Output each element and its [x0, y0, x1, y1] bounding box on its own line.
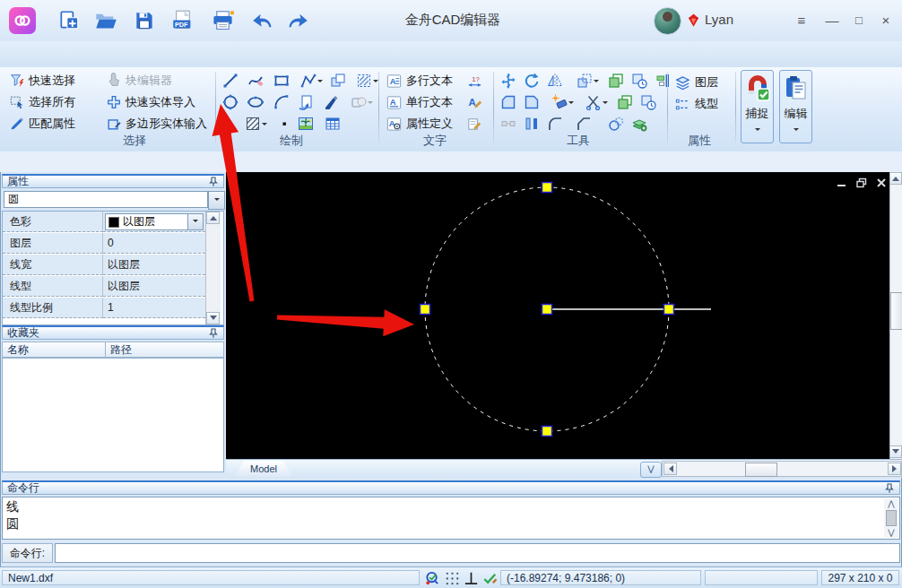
draw-arc-button[interactable] — [272, 92, 291, 112]
scroll-up-button[interactable] — [206, 212, 220, 224]
minimize-button[interactable]: — — [821, 9, 843, 30]
property-row-color[interactable]: 色彩 以图层 — [3, 212, 205, 233]
boundary-a-button[interactable] — [499, 92, 518, 112]
scroll-thumb[interactable] — [886, 510, 897, 526]
draw-line-button[interactable] — [221, 71, 240, 91]
perpendicular-icon[interactable] — [462, 569, 480, 587]
properties-scrollbar[interactable] — [205, 212, 221, 324]
favorites-col-path[interactable]: 路径 — [105, 342, 224, 358]
open-file-button[interactable] — [91, 6, 121, 35]
measure-disabled-button[interactable] — [499, 114, 518, 134]
maximize-button[interactable]: □ — [848, 9, 870, 30]
doc-restore-icon[interactable] — [854, 177, 870, 189]
erase-button[interactable] — [547, 92, 577, 112]
scale-button[interactable] — [572, 71, 603, 91]
app-logo-icon[interactable] — [9, 7, 36, 34]
scroll-up-button[interactable] — [889, 172, 902, 185]
scroll-down-button[interactable] — [889, 445, 902, 458]
user-avatar[interactable] — [654, 7, 681, 35]
copy-nested-button[interactable] — [615, 92, 635, 112]
doc-close-icon[interactable] — [873, 177, 889, 189]
edit-dropdown-arrow[interactable] — [794, 128, 799, 134]
explode-button[interactable] — [629, 114, 649, 134]
undo-button[interactable] — [247, 6, 278, 35]
command-history-scrollbar[interactable]: ⋀ ⋁ — [884, 498, 898, 538]
insert-table-button[interactable] — [323, 114, 343, 134]
quick-select-button[interactable]: 快速选择 — [9, 71, 75, 91]
color-combobox[interactable]: 以图层 — [105, 213, 204, 230]
text-edit-button[interactable] — [464, 92, 484, 112]
favorites-panel-header[interactable]: 收藏夹 — [2, 325, 224, 340]
vertical-scroll-thumb[interactable] — [890, 292, 902, 330]
freehand-pen-button[interactable] — [321, 92, 341, 112]
copy-button[interactable] — [606, 71, 626, 91]
edit-button[interactable]: 编辑 — [779, 70, 812, 143]
pin-icon[interactable] — [208, 177, 219, 187]
save-file-button[interactable] — [129, 6, 160, 35]
mirror-button[interactable] — [545, 71, 565, 91]
entity-selector[interactable]: 圆 — [4, 191, 208, 208]
annotation-edit-button[interactable] — [464, 114, 484, 134]
polygon-entity-input-button[interactable]: 多边形实体输入 — [106, 114, 207, 134]
stext-button[interactable]: 单行文本 — [386, 92, 453, 112]
redo-button[interactable] — [282, 6, 312, 35]
properties-panel-header[interactable]: 属性 — [2, 174, 224, 188]
scroll-down-button[interactable] — [206, 312, 220, 324]
draw-ellipse-button[interactable] — [246, 92, 265, 112]
color-dropdown-arrow[interactable] — [187, 214, 203, 229]
snap-button[interactable]: 捕捉 — [741, 70, 774, 143]
draft-check-icon[interactable] — [481, 569, 499, 587]
boundary-b-button[interactable] — [522, 92, 542, 112]
draw-polyline-button[interactable] — [296, 71, 326, 91]
doc-minimize-icon[interactable] — [834, 177, 850, 189]
chamfer-button[interactable] — [574, 114, 594, 134]
draw-spline-button[interactable] — [246, 71, 265, 91]
array-clock-button[interactable] — [629, 71, 649, 91]
scroll-up-chevron[interactable]: ⋀ — [884, 498, 898, 509]
drawing-canvas[interactable] — [226, 172, 889, 459]
draw-rectangle-button[interactable] — [272, 71, 291, 91]
draw-region-button[interactable] — [351, 71, 382, 91]
shapes-button-disabled[interactable] — [346, 92, 377, 112]
entity-selector-dropdown[interactable] — [208, 191, 225, 210]
object-snap-icon[interactable] — [423, 569, 441, 587]
group-circles-button[interactable] — [606, 114, 626, 134]
snap-dropdown-arrow[interactable] — [755, 128, 760, 134]
command-history[interactable]: 线 圆 — [2, 497, 900, 540]
match-properties-button[interactable]: 匹配属性 — [9, 114, 75, 134]
menu-icon[interactable]: ≡ — [791, 9, 812, 30]
insert-image-button[interactable] — [296, 114, 316, 134]
grid-dots-icon[interactable] — [443, 569, 461, 587]
pin-icon[interactable] — [208, 328, 219, 339]
favorites-list[interactable] — [2, 358, 224, 472]
canvas-horizontal-scrollbar[interactable] — [662, 461, 902, 477]
user-name[interactable]: Lyan — [705, 12, 733, 27]
scroll-left-button[interactable] — [663, 463, 677, 475]
rotate-button[interactable] — [522, 71, 542, 91]
offset-button[interactable] — [522, 114, 542, 134]
draw-circle-button[interactable] — [221, 92, 240, 112]
property-row-linetype[interactable]: 线型 以图层 — [3, 276, 205, 298]
property-row-lineweight[interactable]: 线宽 以图层 — [3, 255, 205, 276]
layers-button[interactable]: 图层 — [674, 73, 718, 92]
command-panel-header[interactable]: 命令行 — [2, 480, 900, 495]
block-editor-button[interactable]: 块编辑器 — [106, 71, 172, 91]
quick-entity-import-button[interactable]: 快速实体导入 — [106, 92, 195, 112]
export-pdf-button[interactable] — [168, 6, 198, 35]
model-tab[interactable]: Model — [235, 461, 292, 477]
command-input[interactable] — [55, 543, 900, 563]
layout-collapse-chevron[interactable]: ⋁ — [640, 462, 662, 478]
trim-button[interactable] — [581, 92, 611, 112]
property-row-layer[interactable]: 图层 0 — [3, 233, 205, 255]
clock-nested-button[interactable] — [638, 92, 658, 112]
mtext-button[interactable]: 多行文本 — [386, 71, 453, 91]
align-button[interactable] — [653, 71, 672, 91]
attribute-define-button[interactable]: 属性定义 — [386, 114, 453, 134]
pin-icon[interactable] — [884, 483, 895, 494]
scroll-right-button[interactable] — [888, 463, 901, 475]
select-all-button[interactable]: 选择所有 — [9, 92, 75, 112]
scroll-down-chevron[interactable]: ⋁ — [884, 527, 898, 538]
close-button[interactable]: × — [875, 9, 897, 30]
property-row-linetype-scale[interactable]: 线型比例 1 — [3, 298, 205, 319]
print-button[interactable] — [207, 6, 238, 35]
